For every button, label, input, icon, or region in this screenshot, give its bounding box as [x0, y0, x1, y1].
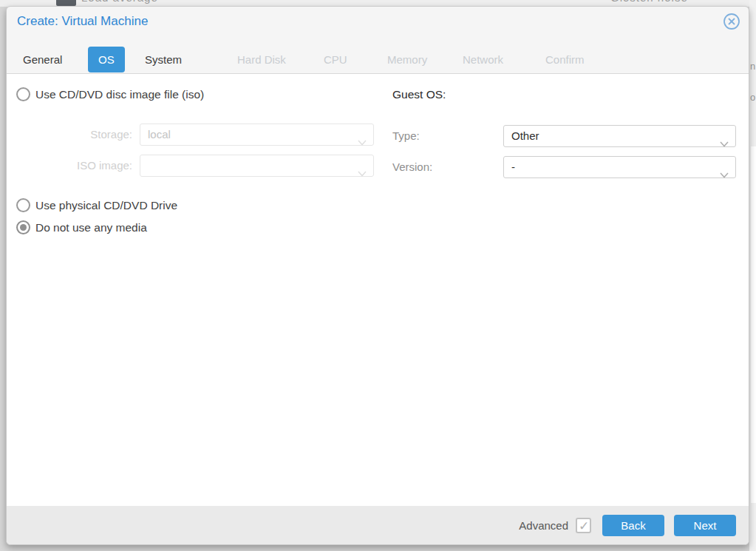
dialog-title: Create: Virtual Machine — [17, 14, 148, 29]
radio-use-iso[interactable]: Use CD/DVD disc image file (iso) — [16, 87, 312, 103]
tab-general[interactable]: General — [23, 50, 62, 70]
advanced-label: Advanced — [519, 519, 568, 532]
background-icon-fragment — [56, 0, 76, 6]
close-icon[interactable] — [723, 13, 740, 30]
create-vm-dialog: Create: Virtual Machine General OS Syste… — [6, 6, 749, 545]
tab-memory: Memory — [387, 50, 427, 70]
back-button[interactable]: Back — [602, 515, 664, 536]
iso-image-select — [140, 155, 374, 177]
radio-icon — [16, 87, 30, 101]
iso-image-label: ISO image: — [44, 155, 132, 177]
background-text-fragment: Glosten noise — [610, 0, 721, 6]
storage-select: local — [140, 124, 374, 146]
tab-os[interactable]: OS — [88, 47, 125, 72]
radio-icon-checked — [16, 220, 30, 234]
dialog-footer: Advanced Back Next — [7, 506, 749, 544]
tab-system[interactable]: System — [145, 50, 182, 70]
chevron-down-icon — [720, 133, 729, 154]
storage-label: Storage: — [44, 124, 132, 146]
os-tab-panel: Use CD/DVD disc image file (iso) Storage… — [7, 73, 749, 507]
radio-no-media[interactable]: Do not use any media — [16, 220, 312, 236]
guest-version-label: Version: — [392, 156, 481, 178]
guest-os-heading: Guest OS: — [392, 88, 446, 101]
radio-icon — [16, 198, 30, 212]
advanced-checkbox[interactable] — [576, 518, 591, 533]
tab-network: Network — [463, 50, 503, 70]
tab-cpu: CPU — [324, 50, 347, 70]
guest-version-select[interactable]: - — [503, 156, 736, 178]
guest-type-select[interactable]: Other — [503, 125, 736, 147]
next-button[interactable]: Next — [674, 515, 736, 536]
guest-type-label: Type: — [392, 125, 481, 147]
chevron-down-icon — [720, 164, 729, 185]
chevron-down-icon — [358, 132, 367, 152]
radio-physical-drive[interactable]: Use physical CD/DVD Drive — [16, 198, 312, 214]
tab-confirm: Confirm — [545, 50, 585, 70]
background-text-fragment: Load average — [81, 0, 177, 6]
chevron-down-icon — [358, 163, 367, 183]
background-scrollbar — [751, 146, 756, 503]
background-page-right: n o — [749, 0, 756, 551]
tab-hard-disk: Hard Disk — [237, 50, 286, 70]
